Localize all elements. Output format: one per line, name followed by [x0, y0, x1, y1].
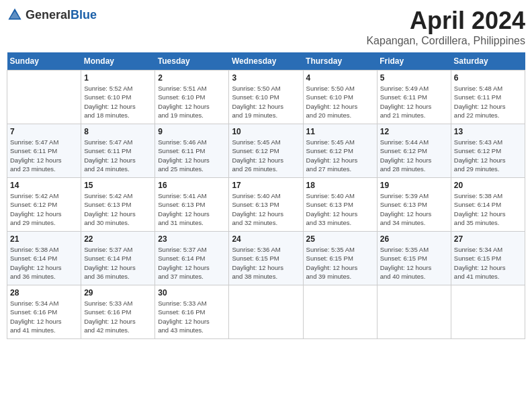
cell-info: Sunrise: 5:42 AM Sunset: 6:12 PM Dayligh… — [10, 191, 78, 227]
header-row: SundayMondayTuesdayWednesdayThursdayFrid… — [7, 52, 525, 71]
cell-day-number: 19 — [380, 181, 448, 190]
cell-day-number: 3 — [232, 73, 300, 83]
cell-info: Sunrise: 5:39 AM Sunset: 6:13 PM Dayligh… — [380, 191, 448, 227]
calendar-cell — [377, 285, 451, 339]
title-section: April 2024 Kapangan, Cordillera, Philipp… — [366, 7, 525, 47]
calendar-cell: 17Sunrise: 5:40 AM Sunset: 6:13 PM Dayli… — [229, 178, 303, 232]
cell-day-number: 18 — [306, 181, 374, 190]
calendar-cell: 10Sunrise: 5:45 AM Sunset: 6:12 PM Dayli… — [229, 124, 303, 178]
calendar-cell: 29Sunrise: 5:33 AM Sunset: 6:16 PM Dayli… — [81, 285, 155, 339]
calendar-cell — [451, 285, 525, 339]
cell-info: Sunrise: 5:38 AM Sunset: 6:14 PM Dayligh… — [454, 191, 522, 227]
col-header-saturday: Saturday — [451, 52, 525, 71]
col-header-sunday: Sunday — [7, 52, 81, 71]
cell-info: Sunrise: 5:35 AM Sunset: 6:15 PM Dayligh… — [306, 245, 374, 281]
cell-info: Sunrise: 5:47 AM Sunset: 6:11 PM Dayligh… — [84, 138, 152, 173]
col-header-thursday: Thursday — [303, 52, 377, 71]
cell-info: Sunrise: 5:42 AM Sunset: 6:13 PM Dayligh… — [84, 191, 152, 227]
cell-day-number: 4 — [306, 73, 374, 83]
cell-day-number: 22 — [84, 234, 152, 244]
calendar-cell: 4Sunrise: 5:50 AM Sunset: 6:10 PM Daylig… — [303, 71, 377, 124]
calendar-cell: 12Sunrise: 5:44 AM Sunset: 6:12 PM Dayli… — [377, 124, 451, 178]
cell-info: Sunrise: 5:43 AM Sunset: 6:12 PM Dayligh… — [454, 138, 522, 173]
calendar-cell: 14Sunrise: 5:42 AM Sunset: 6:12 PM Dayli… — [7, 178, 81, 232]
cell-info: Sunrise: 5:38 AM Sunset: 6:14 PM Dayligh… — [10, 245, 78, 281]
logo: GeneralBlue — [7, 7, 97, 23]
cell-day-number: 15 — [84, 181, 152, 190]
cell-day-number: 21 — [10, 234, 78, 244]
calendar-cell: 6Sunrise: 5:48 AM Sunset: 6:11 PM Daylig… — [451, 71, 525, 124]
calendar-cell: 15Sunrise: 5:42 AM Sunset: 6:13 PM Dayli… — [81, 178, 155, 232]
cell-day-number: 23 — [158, 234, 226, 244]
cell-day-number: 25 — [306, 234, 374, 244]
cell-day-number: 5 — [380, 73, 448, 83]
cell-info: Sunrise: 5:45 AM Sunset: 6:12 PM Dayligh… — [232, 138, 300, 173]
cell-info: Sunrise: 5:47 AM Sunset: 6:11 PM Dayligh… — [10, 138, 78, 173]
cell-day-number: 2 — [158, 73, 226, 83]
cell-info: Sunrise: 5:52 AM Sunset: 6:10 PM Dayligh… — [84, 84, 152, 120]
calendar-cell: 26Sunrise: 5:35 AM Sunset: 6:15 PM Dayli… — [377, 232, 451, 285]
cell-day-number: 27 — [454, 234, 522, 244]
calendar-cell: 13Sunrise: 5:43 AM Sunset: 6:12 PM Dayli… — [451, 124, 525, 178]
cell-day-number: 24 — [232, 234, 300, 244]
cell-info: Sunrise: 5:33 AM Sunset: 6:16 PM Dayligh… — [158, 299, 226, 334]
cell-info: Sunrise: 5:41 AM Sunset: 6:13 PM Dayligh… — [158, 191, 226, 227]
cell-info: Sunrise: 5:34 AM Sunset: 6:15 PM Dayligh… — [454, 245, 522, 281]
calendar-cell: 27Sunrise: 5:34 AM Sunset: 6:15 PM Dayli… — [451, 232, 525, 285]
week-row-1: 1Sunrise: 5:52 AM Sunset: 6:10 PM Daylig… — [7, 71, 525, 124]
calendar-cell — [7, 71, 81, 124]
col-header-monday: Monday — [81, 52, 155, 71]
week-row-3: 14Sunrise: 5:42 AM Sunset: 6:12 PM Dayli… — [7, 178, 525, 232]
week-row-2: 7Sunrise: 5:47 AM Sunset: 6:11 PM Daylig… — [7, 124, 525, 178]
cell-day-number: 17 — [232, 181, 300, 190]
week-row-4: 21Sunrise: 5:38 AM Sunset: 6:14 PM Dayli… — [7, 232, 525, 285]
cell-info: Sunrise: 5:51 AM Sunset: 6:10 PM Dayligh… — [158, 84, 226, 120]
cell-info: Sunrise: 5:48 AM Sunset: 6:11 PM Dayligh… — [454, 84, 522, 120]
cell-info: Sunrise: 5:50 AM Sunset: 6:10 PM Dayligh… — [306, 84, 374, 120]
calendar-cell: 24Sunrise: 5:36 AM Sunset: 6:15 PM Dayli… — [229, 232, 303, 285]
cell-info: Sunrise: 5:34 AM Sunset: 6:16 PM Dayligh… — [10, 299, 78, 334]
cell-info: Sunrise: 5:40 AM Sunset: 6:13 PM Dayligh… — [306, 191, 374, 227]
cell-day-number: 11 — [306, 127, 374, 136]
cell-info: Sunrise: 5:46 AM Sunset: 6:11 PM Dayligh… — [158, 138, 226, 173]
cell-info: Sunrise: 5:35 AM Sunset: 6:15 PM Dayligh… — [380, 245, 448, 281]
cell-info: Sunrise: 5:44 AM Sunset: 6:12 PM Dayligh… — [380, 138, 448, 173]
calendar-cell: 30Sunrise: 5:33 AM Sunset: 6:16 PM Dayli… — [155, 285, 229, 339]
cell-day-number: 10 — [232, 127, 300, 136]
calendar-cell: 22Sunrise: 5:37 AM Sunset: 6:14 PM Dayli… — [81, 232, 155, 285]
col-header-tuesday: Tuesday — [155, 52, 229, 71]
cell-info: Sunrise: 5:45 AM Sunset: 6:12 PM Dayligh… — [306, 138, 374, 173]
calendar-cell: 19Sunrise: 5:39 AM Sunset: 6:13 PM Dayli… — [377, 178, 451, 232]
cell-day-number: 6 — [454, 73, 522, 83]
header: GeneralBlue April 2024 Kapangan, Cordill… — [7, 7, 525, 47]
calendar-cell: 21Sunrise: 5:38 AM Sunset: 6:14 PM Dayli… — [7, 232, 81, 285]
cell-day-number: 20 — [454, 181, 522, 190]
col-header-friday: Friday — [377, 52, 451, 71]
calendar-cell: 5Sunrise: 5:49 AM Sunset: 6:11 PM Daylig… — [377, 71, 451, 124]
logo-blue: Blue — [71, 8, 97, 21]
cell-info: Sunrise: 5:49 AM Sunset: 6:11 PM Dayligh… — [380, 84, 448, 120]
location-title: Kapangan, Cordillera, Philippines — [366, 35, 525, 47]
cell-day-number: 14 — [10, 181, 78, 190]
cell-info: Sunrise: 5:37 AM Sunset: 6:14 PM Dayligh… — [158, 245, 226, 281]
calendar-cell: 25Sunrise: 5:35 AM Sunset: 6:15 PM Dayli… — [303, 232, 377, 285]
calendar-cell: 20Sunrise: 5:38 AM Sunset: 6:14 PM Dayli… — [451, 178, 525, 232]
calendar-cell: 1Sunrise: 5:52 AM Sunset: 6:10 PM Daylig… — [81, 71, 155, 124]
cell-day-number: 26 — [380, 234, 448, 244]
cell-day-number: 13 — [454, 127, 522, 136]
cell-info: Sunrise: 5:33 AM Sunset: 6:16 PM Dayligh… — [84, 299, 152, 334]
cell-info: Sunrise: 5:50 AM Sunset: 6:10 PM Dayligh… — [232, 84, 300, 120]
calendar-cell: 28Sunrise: 5:34 AM Sunset: 6:16 PM Dayli… — [7, 285, 81, 339]
calendar-cell — [229, 285, 303, 339]
cell-day-number: 30 — [158, 288, 226, 298]
cell-day-number: 9 — [158, 127, 226, 136]
calendar-cell: 7Sunrise: 5:47 AM Sunset: 6:11 PM Daylig… — [7, 124, 81, 178]
cell-day-number: 1 — [84, 73, 152, 83]
calendar-cell: 23Sunrise: 5:37 AM Sunset: 6:14 PM Dayli… — [155, 232, 229, 285]
calendar-cell: 8Sunrise: 5:47 AM Sunset: 6:11 PM Daylig… — [81, 124, 155, 178]
calendar-cell: 3Sunrise: 5:50 AM Sunset: 6:10 PM Daylig… — [229, 71, 303, 124]
calendar-cell: 18Sunrise: 5:40 AM Sunset: 6:13 PM Dayli… — [303, 178, 377, 232]
logo-icon — [7, 7, 23, 23]
cell-day-number: 29 — [84, 288, 152, 298]
calendar-cell: 16Sunrise: 5:41 AM Sunset: 6:13 PM Dayli… — [155, 178, 229, 232]
